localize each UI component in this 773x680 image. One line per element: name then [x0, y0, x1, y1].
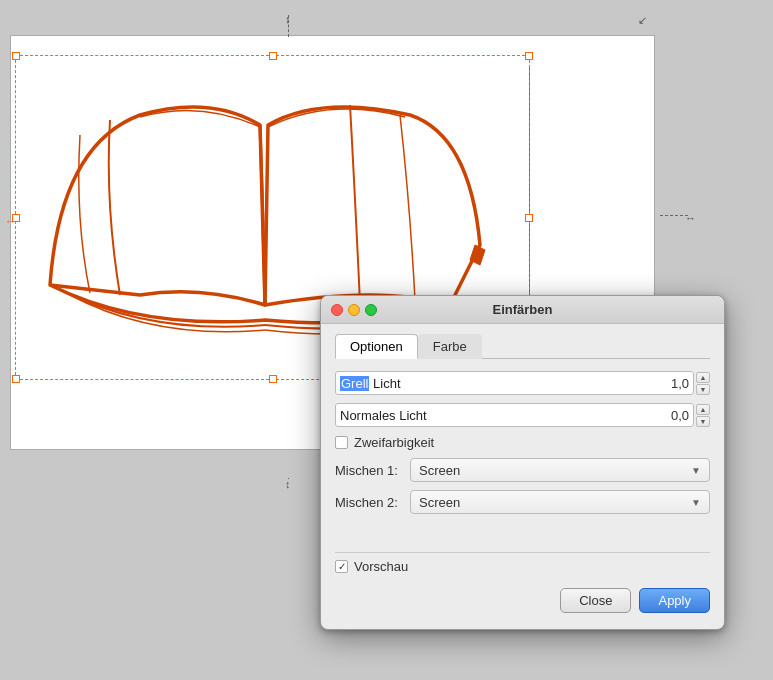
- zweifarbigkeit-checkbox[interactable]: [335, 436, 348, 449]
- normaleslicht-label: Normales Licht: [340, 408, 659, 423]
- minimize-button-traffic[interactable]: [348, 304, 360, 316]
- dialog-title: Einfärben: [331, 302, 714, 317]
- dialog-body: Optionen Farbe Grell Licht 1,0 ▲ ▼: [321, 324, 724, 629]
- grelleslicht-label-rest: Licht: [369, 376, 400, 391]
- resize-arrow-top: ↕: [285, 13, 291, 25]
- apply-button[interactable]: Apply: [639, 588, 710, 613]
- normaleslicht-field[interactable]: Normales Licht 0,0: [335, 403, 694, 427]
- preview-row: ✓ Vorschau: [335, 552, 710, 584]
- normaleslicht-spinner: ▲ ▼: [696, 404, 710, 427]
- normaleslicht-spinner-down[interactable]: ▼: [696, 416, 710, 427]
- tab-optionen[interactable]: Optionen: [335, 334, 418, 359]
- dialog-einfarben: Einfärben Optionen Farbe Grell Licht 1,: [320, 295, 725, 630]
- resize-arrow-left: ↔: [5, 215, 16, 227]
- mischen2-dropdown[interactable]: Screen ▼: [410, 490, 710, 514]
- zweifarbigkeit-row: Zweifarbigkeit: [335, 435, 710, 450]
- tab-farbe[interactable]: Farbe: [418, 334, 482, 359]
- maximize-button-traffic[interactable]: [365, 304, 377, 316]
- grelleslicht-field[interactable]: Grell Licht 1,0: [335, 371, 694, 395]
- mischen2-chevron: ▼: [691, 497, 701, 508]
- canvas: ↕ ↙ ↔ ↕ ↔: [0, 0, 773, 680]
- tabs-container: Optionen Farbe: [335, 334, 710, 359]
- grelleslicht-highlight: Grell: [340, 376, 369, 391]
- grelleslicht-value: 1,0: [659, 376, 689, 391]
- grelleslicht-spinner-down[interactable]: ▼: [696, 384, 710, 395]
- preview-checkbox[interactable]: ✓: [335, 560, 348, 573]
- normaleslicht-spinner-up[interactable]: ▲: [696, 404, 710, 415]
- dialog-titlebar: Einfärben: [321, 296, 724, 324]
- grelleslicht-spinner: ▲ ▼: [696, 372, 710, 395]
- normaleslicht-row: Normales Licht 0,0 ▲ ▼: [335, 403, 710, 427]
- close-button-traffic[interactable]: [331, 304, 343, 316]
- resize-arrow-right: ↔: [685, 212, 696, 224]
- resize-arrow-bottom: ↕: [285, 478, 291, 490]
- mischen1-dropdown[interactable]: Screen ▼: [410, 458, 710, 482]
- buttons-row: Close Apply: [335, 584, 710, 619]
- close-button[interactable]: Close: [560, 588, 631, 613]
- traffic-lights: [331, 304, 377, 316]
- resize-arrow-topright: ↙: [638, 14, 647, 27]
- mischen1-row: Mischen 1: Screen ▼: [335, 458, 710, 482]
- normaleslicht-value: 0,0: [659, 408, 689, 423]
- spacer: [335, 522, 710, 552]
- mischen1-chevron: ▼: [691, 465, 701, 476]
- zweifarbigkeit-label: Zweifarbigkeit: [354, 435, 434, 450]
- mischen2-value: Screen: [419, 495, 691, 510]
- preview-label: Vorschau: [354, 559, 408, 574]
- mischen2-label: Mischen 2:: [335, 495, 410, 510]
- mischen1-value: Screen: [419, 463, 691, 478]
- grelleslicht-row: Grell Licht 1,0 ▲ ▼: [335, 371, 710, 395]
- mischen2-row: Mischen 2: Screen ▼: [335, 490, 710, 514]
- grelleslicht-spinner-up[interactable]: ▲: [696, 372, 710, 383]
- grelleslicht-label: Grell Licht: [340, 376, 659, 391]
- resize-handle-right-line: [660, 215, 688, 216]
- mischen1-label: Mischen 1:: [335, 463, 410, 478]
